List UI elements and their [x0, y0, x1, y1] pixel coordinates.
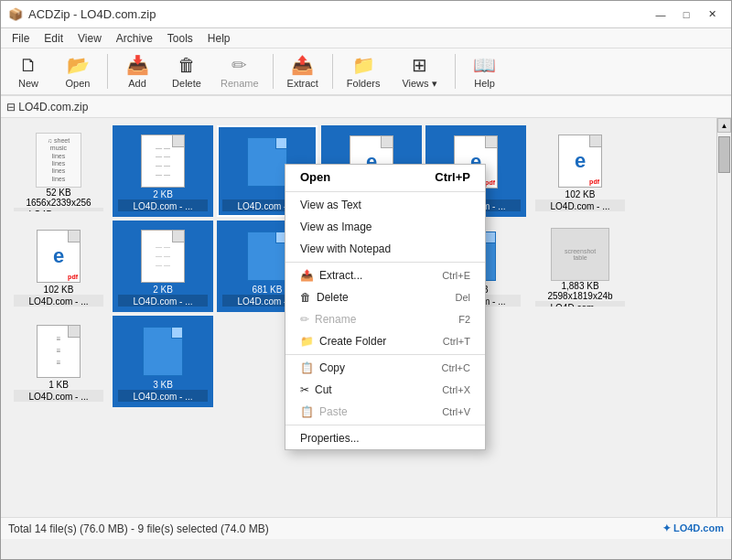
context-view-image-label: View as Image: [300, 221, 372, 233]
context-open-item[interactable]: Open Ctrl+P: [285, 165, 485, 189]
file-thumbnail: screenshottable: [551, 228, 609, 281]
context-create-folder-label: 📁Create Folder: [300, 335, 386, 348]
address-path: ⊟ LO4D.com.zip: [6, 101, 88, 113]
new-button[interactable]: 🗋 New: [5, 51, 52, 92]
context-view-image-item[interactable]: View as Image: [285, 216, 485, 238]
file-thumbnail: e pdf: [551, 133, 609, 189]
menu-file[interactable]: File: [5, 30, 37, 47]
context-copy-shortcut: Ctrl+C: [442, 362, 470, 373]
file-name: LO4D.com - ...: [118, 295, 208, 307]
file-size: 52 KB1656x2339x256: [14, 188, 103, 208]
extract-ctx-icon: 📤: [300, 269, 314, 282]
context-properties-label: Properties...: [300, 432, 360, 445]
titlebar: 📦 ACDZip - LO4D.com.zip — □ ✕: [1, 1, 731, 28]
file-item[interactable]: — —— —— —— — 2 KB LO4D.com - ...: [113, 125, 213, 217]
open-icon: 📂: [67, 54, 90, 76]
context-rename-shortcut: F2: [458, 314, 470, 325]
scroll-thumb[interactable]: [718, 136, 730, 173]
copy-ctx-icon: 📋: [300, 361, 314, 374]
new-label: New: [18, 78, 38, 89]
context-copy-item[interactable]: 📋Copy Ctrl+C: [285, 357, 485, 379]
menu-archive[interactable]: Archive: [109, 30, 160, 47]
context-separator-2: [285, 262, 485, 263]
minimize-button[interactable]: —: [649, 5, 673, 25]
rename-label: Rename: [221, 78, 259, 89]
context-delete-item[interactable]: 🗑Delete Del: [285, 286, 485, 308]
context-menu: Open Ctrl+P View as Text View as Image V…: [285, 164, 486, 450]
file-item[interactable]: screenshottable 1,883 KB2598x1819x24b LO…: [530, 221, 630, 312]
file-name: LO4D.com - ...: [14, 295, 103, 307]
cut-ctx-icon: ✂: [300, 383, 309, 396]
context-rename-item[interactable]: ✏Rename F2: [285, 308, 485, 330]
context-separator-1: [285, 191, 485, 192]
rename-button[interactable]: ✏ Rename: [212, 51, 267, 92]
context-separator-3: [285, 354, 485, 355]
folders-button[interactable]: 📁 Folders: [339, 51, 389, 92]
context-view-text-item[interactable]: View as Text: [285, 194, 485, 216]
context-properties-item[interactable]: Properties...: [285, 427, 485, 449]
context-cut-label: ✂Cut: [300, 383, 332, 396]
menu-view[interactable]: View: [70, 30, 109, 47]
extract-icon: 📤: [291, 54, 314, 76]
file-item[interactable]: e pdf 102 KB LO4D.com - ...: [8, 221, 109, 312]
extract-button[interactable]: 📤 Extract: [279, 51, 327, 92]
context-view-notepad-item[interactable]: View with Notepad: [285, 238, 485, 260]
toolbar: 🗋 New 📂 Open 📥 Add 🗑 Delete ✏ Rename 📤 E…: [1, 48, 731, 96]
new-icon: 🗋: [19, 55, 38, 76]
file-size: 1 KB: [14, 380, 103, 390]
help-button[interactable]: 📖 Help: [461, 51, 509, 92]
context-separator-4: [285, 425, 485, 425]
context-paste-label: 📋Paste: [300, 405, 348, 418]
scroll-up-button[interactable]: ▲: [717, 118, 731, 133]
menu-help[interactable]: Help: [200, 30, 238, 47]
file-item[interactable]: — —— —— — 2 KB LO4D.com - ...: [113, 221, 213, 312]
file-size: 2 KB: [118, 189, 208, 199]
app-icon: 📦: [8, 7, 23, 21]
help-label: Help: [474, 78, 495, 89]
add-label: Add: [128, 78, 146, 89]
context-open-label: Open: [300, 170, 330, 184]
context-view-text-label: View as Text: [300, 199, 361, 211]
menu-edit[interactable]: Edit: [37, 30, 70, 47]
context-create-folder-item[interactable]: 📁Create Folder Ctrl+T: [285, 330, 485, 352]
file-name: LO4D.com - ...: [118, 390, 208, 402]
add-button[interactable]: 📥 Add: [113, 51, 161, 92]
toolbar-sep-1: [107, 54, 108, 89]
scrollbar[interactable]: ▲ ▼: [716, 118, 731, 539]
window-title: ACDZip - LO4D.com.zip: [28, 7, 156, 21]
titlebar-controls: — □ ✕: [649, 5, 724, 25]
context-open-shortcut: Ctrl+P: [435, 170, 470, 184]
extract-label: Extract: [287, 78, 318, 89]
close-button[interactable]: ✕: [700, 5, 724, 25]
context-delete-label: 🗑Delete: [300, 291, 349, 304]
file-size: 3 KB: [118, 380, 208, 390]
delete-icon: 🗑: [178, 55, 196, 76]
file-item[interactable]: e pdf 102 KB LO4D.com - ...: [530, 125, 630, 217]
file-thumbnail: — —— —— —— —: [134, 133, 192, 189]
file-item[interactable]: 3 KB LO4D.com - ...: [113, 316, 213, 407]
file-item[interactable]: ≡≡≡ 1 KB LO4D.com - ...: [8, 316, 109, 407]
menu-tools[interactable]: Tools: [160, 30, 200, 47]
folders-label: Folders: [347, 78, 381, 89]
context-copy-label: 📋Copy: [300, 361, 345, 374]
context-paste-item[interactable]: 📋Paste Ctrl+V: [285, 401, 485, 423]
delete-button[interactable]: 🗑 Delete: [163, 51, 210, 92]
views-button[interactable]: ⊞ Views ▾: [391, 51, 449, 92]
delete-label: Delete: [172, 78, 201, 89]
context-extract-label: 📤Extract...: [300, 269, 362, 282]
folders-icon: 📁: [352, 54, 375, 76]
open-label: Open: [66, 78, 91, 89]
context-extract-item[interactable]: 📤Extract... Ctrl+E: [285, 264, 485, 286]
add-icon: 📥: [126, 54, 149, 76]
context-cut-item[interactable]: ✂Cut Ctrl+X: [285, 379, 485, 401]
statusbar-logo: ✦ LO4D.com: [662, 522, 724, 534]
file-name: LO4D.com - ...: [535, 301, 625, 307]
maximize-button[interactable]: □: [674, 5, 698, 25]
statusbar: Total 14 file(s) (76.0 MB) - 9 file(s) s…: [1, 517, 731, 539]
open-button[interactable]: 📂 Open: [54, 51, 102, 92]
context-view-notepad-label: View with Notepad: [300, 242, 391, 255]
menubar: File Edit View Archive Tools Help: [1, 28, 731, 48]
file-thumbnail: ♫ sheetmusiclineslineslineslines: [29, 133, 88, 188]
file-item[interactable]: ♫ sheetmusiclineslineslineslines 52 KB16…: [8, 125, 109, 217]
rename-icon: ✏: [231, 54, 247, 76]
